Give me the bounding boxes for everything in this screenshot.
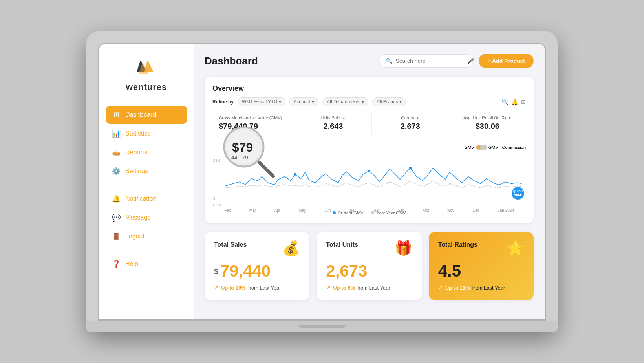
chart-month-jun: Jun [324,208,331,213]
chart-month-jan: Jan 2024 [498,208,514,213]
chart-month-aug: Aug [372,208,379,213]
stat-value-row-sales: $ 79,440 [214,262,300,280]
sidebar-item-label: Reports [125,149,147,156]
sidebar-item-label: Notification [125,195,156,202]
mic-icon: 🎤 [467,58,474,64]
growth-text-units: from Last Year [357,285,390,291]
toggle-track [476,145,487,150]
sidebar-item-statistics[interactable]: 📊 Statistics [106,125,187,143]
chart-month-feb: Feb [224,208,231,213]
stat-card-header-units: Total Units 🎁 [326,241,412,255]
nav-items: ⊞ Dashboard 📊 Statistics 🥧 Reports ⚙️ Se… [99,106,194,312]
reports-icon: 🥧 [112,148,121,157]
growth-text-sales: from Last Year [248,285,281,291]
toggle-thumb [477,145,481,149]
svg-point-13 [294,173,296,176]
grid-small-icon[interactable]: ⊞ [521,99,526,105]
search-bar[interactable]: 🔍 🎤 [379,54,473,68]
growth-arrow-ratings: ↗ [438,284,443,291]
stat-value-row-units: 2,673 [326,262,412,280]
statistics-icon: 📊 [112,129,121,138]
metric-aur-value: $30.06 [459,122,516,131]
sidebar-item-notification[interactable]: 🔔 Notification [106,190,187,208]
gmv-value: $79,440.79 [219,122,288,131]
filter-departments[interactable]: All Departments ▾ [322,97,368,106]
search-input[interactable] [395,58,464,64]
chart-month-may: May [299,208,306,213]
metric-units-label: Units Sold ▲ [304,116,362,120]
metrics-row: Gross Merchandise Value (GMV) $79,440.79 [212,112,526,139]
chart-month-sep: Sep [398,208,405,213]
sidebar-item-label: Dashboard [125,111,156,118]
metric-units-value: 2,643 [304,122,362,131]
metric-units-sold: Units Sold ▲ 2,643 [295,112,372,135]
chart-month-jul: Jul [349,208,354,213]
growth-pct-ratings: Up to 11% [445,285,470,291]
stat-card-header-ratings: Total Ratings ⭐ [438,241,524,255]
chart-month-apr: Apr [274,208,281,213]
main-content: Dashboard 🔍 🎤 + Add Product Overview [194,44,545,319]
add-product-button[interactable]: + Add Product [479,54,534,68]
sidebar: wentures ⊞ Dashboard 📊 Statistics 🥧 Repo… [99,44,194,319]
toggle-commission-label: GMV - Commission [488,145,526,150]
bell-small-icon[interactable]: 🔔 [511,99,518,105]
help-icon: ❓ [112,260,121,268]
svg-text:$I: $I [213,196,216,200]
refine-icons: 🔍 🔔 ⊞ [501,99,526,105]
growth-arrow-sales: ↗ [214,284,219,291]
filter-fiscal[interactable]: WMT Fiscal YTD ▾ [238,97,285,106]
search-small-icon[interactable]: 🔍 [501,99,508,105]
logo-area: wentures [99,52,194,96]
chart-area: $1K $I $-1K [212,153,526,208]
refine-label: Refine by [212,99,234,104]
svg-text:$1K: $1K [213,158,220,162]
stat-value-units: 2,673 [326,262,367,280]
settings-icon: ⚙️ [112,167,121,176]
sidebar-item-message[interactable]: 💬 Message [106,209,187,227]
sidebar-item-settings[interactable]: ⚙️ Settings [106,162,187,180]
svg-point-14 [368,170,370,172]
toggle-gmv-label: GMV [465,145,474,150]
chart-month-dec: Dec [472,208,479,213]
stat-growth-ratings: ↗ Up to 11% from Last Year [438,284,524,291]
sidebar-item-label: Statistics [125,130,150,137]
gmv-toggle[interactable]: GMV GMV - Commission [465,145,526,150]
stat-value-sales: 79,440 [220,262,271,280]
message-icon: 💬 [112,213,121,222]
chart-month-mar: Mar [249,208,256,213]
stat-value-ratings: 4.5 [438,262,461,280]
header-right: 🔍 🎤 + Add Product [379,54,534,68]
stat-card-header-sales: Total Sales 💰 [214,241,300,255]
stat-card-total-sales: Total Sales 💰 $ 79,440 ↗ Up to 10% from … [205,232,309,300]
metric-aur-label: Avg. Unit Retail (AUR) ▼ [459,116,516,120]
chart-month-nov: Nov [447,208,454,213]
chart-month-oct: Oct [423,208,429,213]
logo-icon [133,56,160,80]
stat-value-row-ratings: 4.5 [438,262,524,280]
refine-bar: Refine by WMT Fiscal YTD ▾ Account ▾ All… [212,97,526,106]
growth-arrow-units: ↗ [326,284,331,291]
filter-brands[interactable]: All Brands ▾ [372,97,406,106]
stat-growth-sales: ↗ Up to 10% from Last Year [214,284,300,291]
sidebar-item-reports[interactable]: 🥧 Reports [106,143,187,161]
sidebar-item-help[interactable]: ❓ Help [106,255,187,273]
metric-orders-label: Orders ▲ [381,116,439,120]
notification-icon: 🔔 [112,194,121,203]
sidebar-item-dashboard[interactable]: ⊞ Dashboard [106,106,187,124]
search-icon: 🔍 [386,58,392,64]
stat-card-total-ratings: Total Ratings ⭐ 4.5 ↗ Up to 11% from Las… [429,232,534,300]
metric-orders: Orders ▲ 2,673 [372,112,449,135]
quick-help-button[interactable]: QUICKHELP [512,187,524,200]
stat-card-icon-units: 🎁 [395,241,412,255]
growth-pct-units: Up to 8% [333,285,355,291]
stat-card-icon-sales: 💰 [282,241,300,255]
sidebar-item-label: Logout [125,233,145,240]
sidebar-item-label: Settings [125,168,148,175]
app-name: wentures [126,82,167,92]
header: Dashboard 🔍 🎤 + Add Product [205,54,534,68]
gmv-box: Gross Merchandise Value (GMV) $79,440.79 [212,112,295,135]
stat-growth-units: ↗ Up to 8% from Last Year [326,284,412,291]
sidebar-item-logout[interactable]: 🚪 Logout [106,227,187,246]
svg-point-15 [409,167,412,169]
filter-account[interactable]: Account ▾ [289,97,319,106]
